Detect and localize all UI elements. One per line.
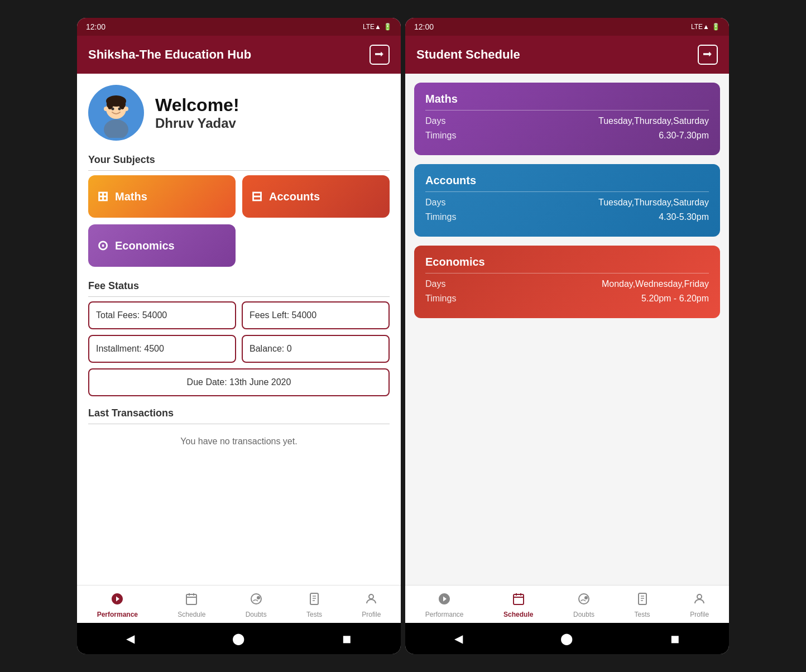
lte-label-1: LTE▲ — [363, 23, 381, 31]
svg-rect-27 — [639, 593, 646, 604]
status-bar-1: 12:00 LTE▲ 🔋 — [77, 18, 401, 36]
profile-section: Welcome! Dhruv Yadav — [88, 85, 390, 141]
accounts-days-row: Days Tuesday,Thursday,Saturday — [425, 198, 709, 208]
tests-icon-2 — [636, 592, 649, 609]
subject-card-maths[interactable]: ⊞ Maths — [88, 175, 236, 218]
maths-timings-value: 6.30-7.30pm — [659, 131, 709, 141]
status-right-2: LTE▲ 🔋 — [691, 23, 720, 31]
performance-icon-1 — [111, 592, 124, 609]
svg-point-7 — [118, 108, 121, 111]
bottom-nav-2: Performance Schedule — [405, 585, 729, 623]
tests-label-1: Tests — [306, 611, 322, 618]
accounts-label: Accounts — [269, 190, 320, 203]
economics-timings-label: Timings — [425, 294, 470, 304]
subjects-section-title: Your Subjects — [88, 154, 390, 171]
fee-section-title: Fee Status — [88, 280, 390, 297]
economics-label: Economics — [115, 239, 175, 252]
profile-label-1: Profile — [362, 611, 381, 618]
avatar — [88, 85, 144, 141]
economics-card-title: Economics — [425, 256, 709, 273]
svg-point-20 — [369, 594, 373, 599]
status-bar-2: 12:00 LTE▲ 🔋 — [405, 18, 729, 36]
maths-timings-row: Timings 6.30-7.30pm — [425, 131, 709, 141]
svg-point-8 — [104, 107, 108, 111]
screen2-phone: 12:00 LTE▲ 🔋 Student Schedule ⮕ Maths Da… — [405, 18, 729, 654]
nav-performance-2[interactable]: Performance — [421, 590, 468, 621]
accounts-days-label: Days — [425, 198, 470, 208]
svg-point-14 — [251, 594, 261, 604]
subject-card-economics[interactable]: ⊙ Economics — [88, 224, 236, 267]
maths-card-title: Maths — [425, 93, 709, 111]
economics-icon: ⊙ — [97, 238, 108, 253]
maths-timings-label: Timings — [425, 131, 470, 141]
nav-schedule-1[interactable]: Schedule — [173, 590, 210, 621]
doubts-icon-2 — [577, 592, 591, 609]
accounts-icon: ⊟ — [251, 189, 262, 204]
svg-point-31 — [697, 594, 702, 599]
status-time-1: 12:00 — [86, 22, 105, 31]
svg-rect-10 — [186, 594, 196, 604]
recent-button-1[interactable]: ◼ — [331, 630, 363, 647]
lte-label-2: LTE▲ — [691, 23, 709, 31]
maths-label: Maths — [115, 190, 147, 203]
recent-button-2[interactable]: ◼ — [659, 630, 691, 647]
maths-icon: ⊞ — [97, 189, 108, 204]
performance-label-2: Performance — [425, 611, 464, 618]
battery-icon-2: 🔋 — [712, 23, 720, 31]
maths-days-row: Days Tuesday,Thursday,Saturday — [425, 116, 709, 126]
doubts-icon-1 — [250, 592, 263, 609]
home-button-2[interactable]: ⬤ — [549, 630, 584, 647]
svg-point-6 — [112, 108, 114, 111]
schedule-label-2: Schedule — [503, 611, 533, 618]
nav-tests-2[interactable]: Tests — [630, 590, 655, 621]
app-header-1: Shiksha-The Education Hub ⮕ — [77, 36, 401, 74]
performance-icon-2 — [438, 592, 451, 609]
accounts-card-title: Accounts — [425, 174, 709, 192]
schedule-label-1: Schedule — [177, 611, 205, 618]
back-button-2[interactable]: ◀ — [443, 630, 474, 647]
subjects-grid: ⊞ Maths ⊟ Accounts ⊙ Economics — [88, 175, 390, 267]
main-content-1: Welcome! Dhruv Yadav Your Subjects ⊞ Mat… — [77, 74, 401, 585]
fee-grid: Total Fees: 54000 Fees Left: 54000 Insta… — [88, 301, 390, 363]
maths-days-label: Days — [425, 116, 470, 126]
screen1-phone: 12:00 LTE▲ 🔋 Shiksha-The Education Hub ⮕ — [77, 18, 401, 654]
tests-icon-1 — [308, 592, 321, 609]
nav-bar-1: ◀ ⬤ ◼ — [77, 623, 401, 654]
nav-profile-1[interactable]: Profile — [357, 590, 385, 621]
schedule-card-economics: Economics Days Monday,Wednesday,Friday T… — [414, 246, 720, 318]
logout-button-1[interactable]: ⮕ — [370, 45, 390, 65]
nav-doubts-2[interactable]: Doubts — [569, 590, 599, 621]
nav-tests-1[interactable]: Tests — [302, 590, 327, 621]
logout-button-2[interactable]: ⮕ — [698, 45, 718, 65]
nav-profile-2[interactable]: Profile — [685, 590, 713, 621]
app-title-2: Student Schedule — [416, 47, 520, 62]
schedule-icon-1 — [185, 592, 198, 609]
back-button-1[interactable]: ◀ — [115, 630, 146, 647]
status-right-1: LTE▲ 🔋 — [363, 23, 392, 31]
nav-bar-2: ◀ ⬤ ◼ — [405, 623, 729, 654]
nav-schedule-2[interactable]: Schedule — [499, 590, 538, 621]
tests-label-2: Tests — [635, 611, 650, 618]
schedule-card-maths: Maths Days Tuesday,Thursday,Saturday Tim… — [414, 83, 720, 155]
accounts-timings-value: 4.30-5.30pm — [659, 212, 709, 222]
economics-days-value: Monday,Wednesday,Friday — [602, 279, 709, 289]
fee-total: Total Fees: 54000 — [88, 301, 236, 329]
svg-point-9 — [124, 107, 128, 111]
profile-icon-2 — [693, 592, 706, 609]
home-button-1[interactable]: ⬤ — [221, 630, 256, 647]
nav-doubts-1[interactable]: Doubts — [241, 590, 271, 621]
performance-label-1: Performance — [97, 611, 138, 618]
fee-due-date: Due Date: 13th June 2020 — [88, 368, 390, 396]
svg-point-26 — [584, 596, 588, 599]
profile-icon-1 — [364, 592, 378, 609]
fee-left: Fees Left: 54000 — [242, 301, 390, 329]
status-time-2: 12:00 — [414, 22, 434, 31]
economics-days-label: Days — [425, 279, 470, 289]
student-name: Dhruv Yadav — [155, 116, 239, 131]
subject-card-accounts[interactable]: ⊟ Accounts — [242, 175, 390, 218]
economics-days-row: Days Monday,Wednesday,Friday — [425, 279, 709, 289]
nav-performance-1[interactable]: Performance — [93, 590, 142, 621]
welcome-label: Welcome! — [155, 95, 239, 116]
welcome-text: Welcome! Dhruv Yadav — [155, 95, 239, 131]
svg-point-15 — [257, 596, 260, 599]
